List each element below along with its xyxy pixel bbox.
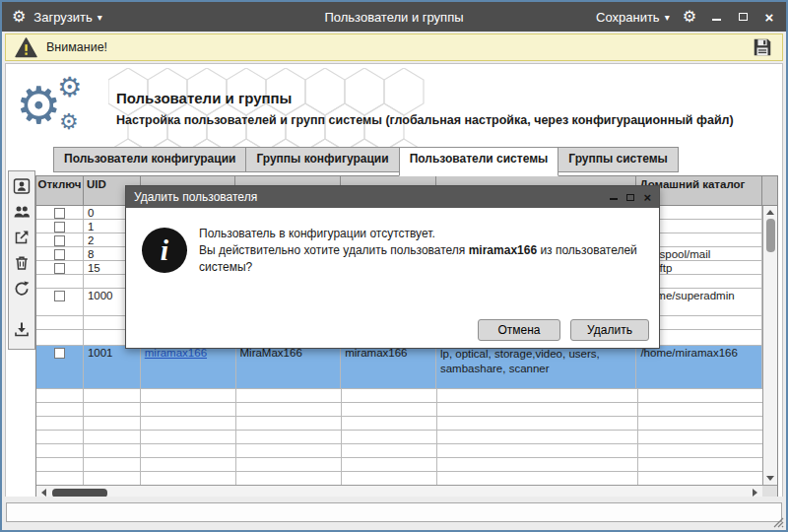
row-disabled-checkbox[interactable] <box>54 222 65 233</box>
app-logo-gears-icon: ⚙⚙⚙ <box>16 76 95 145</box>
cell-disabled <box>36 220 84 233</box>
app-window: ⚙ Загрузить ▾ Пользователи и группы Сохр… <box>0 0 788 532</box>
cell-name: MiraMax166 <box>236 346 342 389</box>
dialog-message-line2-prefix: Вы действительно хотите удалить пользова… <box>199 243 469 257</box>
vertical-scroll-thumb[interactable] <box>766 219 775 252</box>
row-disabled-checkbox[interactable] <box>54 263 65 274</box>
status-bar <box>2 497 786 530</box>
row-disabled-checkbox[interactable] <box>54 208 65 219</box>
cell-disabled <box>36 346 84 389</box>
load-menu-label: Загрузить <box>33 10 92 25</box>
save-menu-label: Сохранить <box>596 10 660 25</box>
add-user-icon <box>13 177 31 195</box>
cell-uid: 1001 <box>84 346 141 389</box>
download-icon <box>13 320 31 338</box>
scroll-up-icon[interactable] <box>766 210 774 215</box>
dialog-body: i Пользователь в конфигурации отсутствуе… <box>126 208 659 349</box>
cell-disabled <box>36 289 84 316</box>
row-disabled-checkbox[interactable] <box>54 291 65 301</box>
warning-label: Внимание! <box>46 40 107 54</box>
cell-groups: lp, optical, storage,video, users, samba… <box>436 346 636 389</box>
export-button[interactable] <box>10 226 33 249</box>
hexagon-pattern <box>108 68 433 149</box>
cell-disabled <box>36 247 84 261</box>
dialog-message-line1: Пользователь в конфигурации отсутствует. <box>199 227 435 240</box>
scroll-down-icon[interactable] <box>766 476 774 481</box>
side-toolbar <box>8 170 35 350</box>
save-file-button[interactable] <box>752 36 773 58</box>
groups-button[interactable] <box>10 200 33 224</box>
maximize-button[interactable] <box>736 10 750 24</box>
maximize-icon <box>739 13 748 21</box>
tab-bar: Пользователи конфигурации Группы конфигу… <box>53 147 679 172</box>
export-icon <box>13 229 31 246</box>
cell-disabled <box>36 233 84 247</box>
close-button[interactable]: × <box>762 10 776 24</box>
warning-bar: Внимание! <box>5 33 783 61</box>
header-corner <box>762 176 777 206</box>
info-icon: i <box>142 228 187 273</box>
tab-system-users[interactable]: Пользователи системы <box>399 147 559 176</box>
cell-home: /home/miramax166 <box>636 346 762 389</box>
add-user-button[interactable] <box>10 174 33 198</box>
delete-button[interactable]: Удалить <box>570 319 649 341</box>
cell-login: miramax166 <box>141 346 236 389</box>
delete-user-button[interactable] <box>10 251 33 275</box>
warning-triangle-icon <box>15 37 37 58</box>
dialog-maximize-icon[interactable] <box>626 194 634 201</box>
refresh-button[interactable] <box>10 277 33 300</box>
app-gear-icon[interactable]: ⚙ <box>12 9 26 25</box>
resize-grip[interactable] <box>772 516 784 528</box>
download-button[interactable] <box>10 317 33 341</box>
dialog-minimize-icon[interactable] <box>610 194 618 200</box>
tab-config-groups[interactable]: Группы конфигурации <box>245 147 399 172</box>
titlebar: ⚙ Загрузить ▾ Пользователи и группы Сохр… <box>2 2 786 32</box>
load-menu-button[interactable]: Загрузить ▾ <box>33 10 101 25</box>
status-message-area <box>6 502 782 522</box>
tab-system-groups[interactable]: Группы системы <box>558 147 679 172</box>
cell-disabled <box>36 206 84 220</box>
dialog-message: Пользователь в конфигурации отсутствует.… <box>199 226 664 275</box>
chevron-down-icon: ▾ <box>98 12 102 23</box>
save-menu-button[interactable]: Сохранить ▾ <box>596 10 670 25</box>
vertical-scrollbar[interactable] <box>762 206 777 485</box>
cell-password: miramax166 <box>341 346 436 389</box>
minimize-button[interactable] <box>709 10 723 24</box>
scroll-right-icon[interactable] <box>753 489 757 497</box>
empty-grid-rows <box>36 389 762 485</box>
chevron-down-icon: ▾ <box>665 12 670 23</box>
dialog-message-username: miramax166 <box>469 243 537 257</box>
page-subtitle: Настройка пользователей и групп системы … <box>116 113 766 127</box>
dialog-title: Удалить пользователя <box>134 190 257 204</box>
cancel-button[interactable]: Отмена <box>478 319 560 341</box>
dialog-titlebar: Удалить пользователя × <box>126 186 659 208</box>
row-disabled-checkbox[interactable] <box>54 348 65 359</box>
refresh-icon <box>13 280 31 298</box>
floppy-disk-icon <box>752 36 773 58</box>
header-disabled[interactable]: Отключ <box>36 176 84 206</box>
dialog-close-icon[interactable]: × <box>643 191 651 204</box>
trash-icon <box>13 254 31 272</box>
groups-icon <box>13 203 31 221</box>
tab-config-users[interactable]: Пользователи конфигурации <box>53 147 246 172</box>
close-icon: × <box>765 10 774 25</box>
delete-user-dialog: Удалить пользователя × i Пользователь в … <box>125 185 660 349</box>
table-row-selected[interactable]: 1001 miramax166 MiraMax166 miramax166 lp… <box>36 346 762 389</box>
minimize-icon <box>712 14 721 21</box>
row-disabled-checkbox[interactable] <box>54 235 65 246</box>
page-title: Пользователи и группы <box>116 90 292 106</box>
cell-disabled <box>36 261 84 275</box>
settings-gear-icon[interactable]: ⚙ <box>683 9 696 25</box>
row-disabled-checkbox[interactable] <box>54 249 65 260</box>
